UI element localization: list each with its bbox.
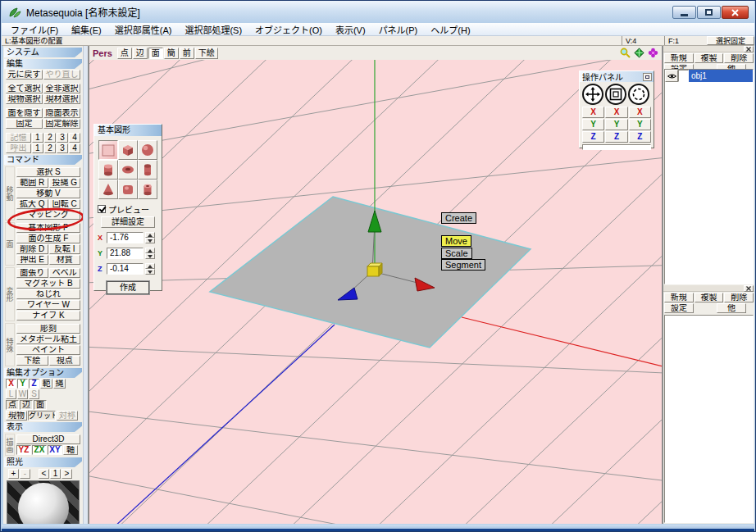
minimize-button[interactable] xyxy=(672,6,696,19)
primitive-panel-title[interactable]: 基本図形 xyxy=(94,125,162,136)
light-prev-button[interactable]: < xyxy=(39,469,49,479)
x-coordinate-stepper[interactable] xyxy=(145,232,155,243)
material-panel-close-button[interactable] xyxy=(744,285,754,292)
selection-fix-toggle[interactable]: 選択固定 xyxy=(707,36,754,45)
command-material[interactable]: 材質 xyxy=(49,255,81,265)
menu-panel[interactable]: パネル(P) xyxy=(372,22,425,37)
op-scale-button[interactable] xyxy=(605,84,626,105)
show-faces-toggle[interactable]: 面 xyxy=(148,48,163,59)
light-preview-box[interactable] xyxy=(7,480,80,524)
memory-slot-4[interactable]: 4 xyxy=(69,133,80,143)
view-xy-button[interactable]: XY xyxy=(48,445,62,455)
center-handle-cube[interactable] xyxy=(367,263,382,276)
axis-y-toggle[interactable]: Y xyxy=(17,379,28,389)
redo-button[interactable]: やり直し xyxy=(43,70,80,80)
recall-slot-4[interactable]: 4 xyxy=(69,143,80,153)
section-header-system[interactable]: システム xyxy=(4,48,82,57)
section-header-light[interactable]: 照光 xyxy=(4,457,82,467)
material-settings-button[interactable]: 設定 xyxy=(664,303,694,313)
undo-button[interactable]: 元に戻す xyxy=(6,70,43,80)
lasso-toggle[interactable]: 縄 xyxy=(53,379,66,389)
unfix-button[interactable]: 固定解除 xyxy=(43,119,80,129)
detail-settings-button[interactable]: 詳細設定 xyxy=(101,216,155,228)
material-panel-grip[interactable] xyxy=(663,285,754,292)
object-panel-grip[interactable] xyxy=(663,46,754,52)
create-mode-button[interactable]: Create xyxy=(441,212,476,224)
command-viewpoint[interactable]: 視点 xyxy=(49,356,81,366)
close-button[interactable] xyxy=(722,6,749,19)
screen-toggle[interactable]: S xyxy=(29,389,39,399)
command-mapping[interactable]: マッピング xyxy=(16,210,80,220)
op-move-x-button[interactable]: X xyxy=(582,107,604,118)
recall-slot-1[interactable]: 1 xyxy=(32,143,43,153)
op-move-z-button[interactable]: Z xyxy=(582,131,604,143)
command-rotate[interactable]: 回転 C xyxy=(49,199,81,209)
primitive-rounded-cube-button[interactable] xyxy=(118,180,138,199)
primitive-cube-button[interactable] xyxy=(118,140,138,160)
op-rotate-z-button[interactable]: Z xyxy=(629,131,651,143)
command-metaball[interactable]: メタボール粘土 xyxy=(16,334,80,344)
material-new-button[interactable]: 新規 xyxy=(664,293,694,302)
move-mode-button[interactable]: Move xyxy=(441,235,471,247)
y-coordinate-input[interactable]: 21.88 xyxy=(107,248,143,259)
front-only-toggle[interactable]: 前 xyxy=(180,48,194,59)
op-move-button[interactable] xyxy=(582,84,603,105)
down-arrow-icon[interactable] xyxy=(145,238,155,243)
object-panel-close-button[interactable] xyxy=(744,46,754,52)
light-next-button[interactable]: > xyxy=(61,469,72,479)
command-range[interactable]: 範囲 R xyxy=(16,178,48,188)
primitive-capsule-button[interactable] xyxy=(138,160,157,180)
object-snap-toggle[interactable]: 現物 xyxy=(6,411,27,421)
op-rotate-y-button[interactable]: Y xyxy=(629,119,651,130)
segment-mode-button[interactable]: Segment xyxy=(441,259,485,271)
object-delete-button[interactable]: 削除 xyxy=(724,53,754,63)
light-add-button[interactable]: + xyxy=(8,469,19,479)
object-duplicate-button[interactable]: 複製 xyxy=(695,53,724,63)
view-yz-button[interactable]: YZ xyxy=(16,445,31,455)
create-primitive-button[interactable]: 作成 xyxy=(107,281,149,294)
menu-file[interactable]: ファイル(F) xyxy=(4,22,65,37)
scale-mode-button[interactable]: Scale xyxy=(441,248,472,259)
op-move-y-button[interactable]: Y xyxy=(582,119,604,130)
hide-face-button[interactable]: 面を隠す xyxy=(6,108,43,118)
world-toggle[interactable]: W xyxy=(17,389,28,399)
command-lasso[interactable]: 投縄 G xyxy=(49,178,81,188)
z-coordinate-input[interactable]: -0.14 xyxy=(107,263,143,275)
menu-object[interactable]: オブジェクト(O) xyxy=(248,22,329,37)
section-header-edit[interactable]: 編集 xyxy=(4,59,82,69)
show-hidden-button[interactable]: 隠面表示 xyxy=(43,108,80,118)
command-scale[interactable]: 拡大 Q xyxy=(16,199,48,209)
command-knife[interactable]: ナイフ K xyxy=(16,311,80,321)
local-toggle[interactable]: L xyxy=(6,389,16,399)
menu-selection-process[interactable]: 選択部処理(S) xyxy=(178,22,248,37)
lock-toggle[interactable] xyxy=(678,70,689,82)
select-all-button[interactable]: 全て選択 xyxy=(6,84,43,93)
preview-checkbox[interactable] xyxy=(98,205,106,213)
menu-edit[interactable]: 編集(E) xyxy=(65,22,108,37)
command-bevel[interactable]: ベベル xyxy=(49,268,81,278)
command-twist[interactable]: ねじれ xyxy=(16,289,80,299)
op-scale-y-button[interactable]: Y xyxy=(605,119,627,130)
select-none-button[interactable]: 全非選択 xyxy=(43,84,80,93)
op-rotate-x-button[interactable]: X xyxy=(629,107,651,118)
pan-tool-icon[interactable] xyxy=(634,48,644,58)
view-zx-button[interactable]: ZX xyxy=(32,445,47,455)
zoom-tool-icon[interactable] xyxy=(620,48,631,58)
material-duplicate-button[interactable]: 複製 xyxy=(695,293,724,302)
object-new-button[interactable]: 新規 xyxy=(664,53,694,63)
axis-x-toggle[interactable]: X xyxy=(6,379,16,389)
fix-button[interactable]: 固定 xyxy=(6,119,43,129)
range-toggle[interactable]: 範 xyxy=(40,379,52,389)
primitive-plane-button[interactable] xyxy=(98,140,118,160)
underlay-toggle[interactable]: 下絵 xyxy=(195,48,218,59)
command-delete[interactable]: 削除 D xyxy=(16,244,48,254)
grid-snap-toggle[interactable]: グリッド xyxy=(28,411,56,421)
command-create-face[interactable]: 面の生成 F xyxy=(16,234,80,243)
memory-slot-1[interactable]: 1 xyxy=(32,133,43,143)
rotate-view-tool-icon[interactable] xyxy=(648,48,658,58)
select-material-button[interactable]: 現材選択 xyxy=(43,94,80,104)
y-coordinate-stepper[interactable] xyxy=(145,248,155,259)
command-extrude[interactable]: 押出 E xyxy=(16,255,48,265)
memory-slot-3[interactable]: 3 xyxy=(57,133,68,143)
visibility-toggle[interactable] xyxy=(665,70,678,82)
